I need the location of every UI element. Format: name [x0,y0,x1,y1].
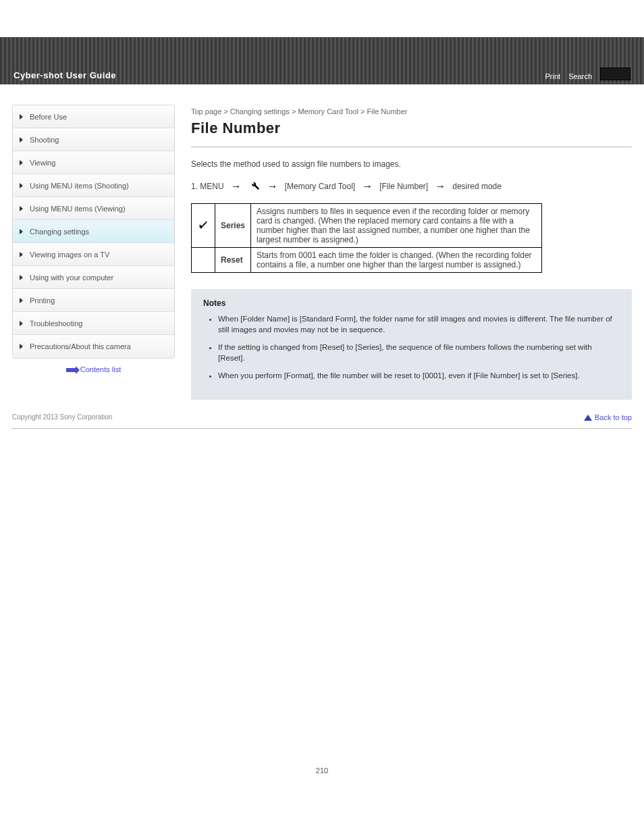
note-item: When [Folder Name] is [Standard Form], t… [218,313,620,335]
triangle-up-icon [584,415,592,421]
content-area: Top page > Changing settings > Memory Ca… [191,105,632,400]
option-desc: Assigns numbers to files in sequence eve… [251,204,542,248]
chevron-right-icon [20,206,23,211]
sidebar-item-label: Printing [30,296,55,305]
arrow-right-icon: → [267,180,278,192]
sidebar-item-changing-settings[interactable]: Changing settings [13,220,174,243]
page-number: 210 [0,766,644,795]
sidebar-item-menu-viewing[interactable]: Using MENU items (Viewing) [13,197,174,220]
arrow-right-icon: → [362,180,373,192]
chevron-right-icon [20,344,23,349]
sidebar-item-printing[interactable]: Printing [13,289,174,312]
sidebar-item-precautions[interactable]: Precautions/About this camera [13,335,174,358]
chevron-right-icon [20,229,23,234]
sidebar-item-label: Changing settings [30,228,89,236]
option-desc: Starts from 0001 each time the folder is… [251,248,542,273]
sidebar-item-label: Viewing images on a TV [30,251,109,259]
table-row: Series Assigns numbers to files in seque… [192,204,542,248]
chevron-right-icon [20,160,23,165]
arrow-right-icon: → [231,180,242,192]
option-name: Reset [215,248,251,273]
header-banner: Cyber-shot User Guide Print Search [0,37,644,84]
path-step-3: [Memory Card Tool] [285,182,355,191]
notes-panel: Notes When [Folder Name] is [Standard Fo… [191,289,632,400]
sidebar-item-viewing[interactable]: Viewing [13,151,174,174]
copyright-text: Copyright 2013 Sony Corporation [12,413,112,421]
sidebar-item-label: Using with your computer [30,273,113,282]
option-default-cell [192,248,215,273]
sidebar-item-label: Precautions/About this camera [30,342,131,350]
option-name: Series [215,204,251,248]
menu-path: 1. MENU → → [Memory Card Tool] → [File N… [191,180,632,192]
contents-list-link[interactable]: Contents list [80,365,122,373]
header-right: Print Search [545,68,630,80]
print-link[interactable]: Print [545,72,561,80]
intro-text: Selects the method used to assign file n… [191,159,632,169]
note-item: If the setting is changed from [Reset] t… [218,342,620,363]
sidebar-item-computer[interactable]: Using with your computer [13,266,174,289]
chevron-right-icon [20,183,23,188]
chevron-right-icon [20,298,23,303]
search-input[interactable] [600,68,630,80]
sidebar-item-menu-shooting[interactable]: Using MENU items (Shooting) [13,174,174,197]
path-step-5: desired mode [452,182,502,191]
notes-heading: Notes [203,298,620,308]
option-default-cell [192,204,215,248]
check-icon [197,220,209,232]
note-item: When you perform [Format], the file numb… [218,370,620,381]
sidebar-item-label: Before Use [30,113,67,121]
sidebar-item-shooting[interactable]: Shooting [13,128,174,151]
sidebar-item-label: Using MENU items (Shooting) [30,182,129,190]
sidebar-item-label: Viewing [30,159,55,167]
sidebar-item-label: Using MENU items (Viewing) [30,205,126,213]
contents-list-row: Contents list [12,359,175,373]
sidebar-item-label: Troubleshooting [30,319,82,328]
chevron-right-icon [20,137,23,142]
options-table: Series Assigns numbers to files in seque… [191,203,542,273]
sidebar-item-label: Shooting [30,136,59,144]
path-step-4: [File Number] [379,182,428,191]
divider [191,147,632,147]
chevron-right-icon [20,252,23,257]
path-step-1: 1. MENU [191,182,224,191]
back-to-top-label: Back to top [595,413,632,421]
sidebar-item-troubleshooting[interactable]: Troubleshooting [13,312,174,335]
chevron-right-icon [20,321,23,326]
chevron-right-icon [20,114,23,120]
sidebar-nav: Before Use Shooting Viewing Using MENU i… [12,105,175,359]
notes-list: When [Folder Name] is [Standard Form], t… [218,313,620,381]
sidebar-item-tv[interactable]: Viewing images on a TV [13,243,174,266]
table-row: Reset Starts from 0001 each time the fol… [192,248,542,273]
page-title: File Number [191,120,632,137]
chevron-right-icon [20,275,23,280]
guide-title: Cyber-shot User Guide [14,70,116,80]
search-label: Search [568,72,592,80]
footer: Copyright 2013 Sony Corporation Back to … [12,413,632,429]
breadcrumb: Top page > Changing settings > Memory Ca… [191,107,632,115]
sidebar-item-before-use[interactable]: Before Use [13,105,174,128]
back-to-top-link[interactable]: Back to top [584,413,632,421]
arrow-right-icon [66,368,76,372]
arrow-right-icon: → [435,180,446,192]
wrench-icon [248,180,261,192]
sidebar-wrap: Before Use Shooting Viewing Using MENU i… [12,105,175,373]
